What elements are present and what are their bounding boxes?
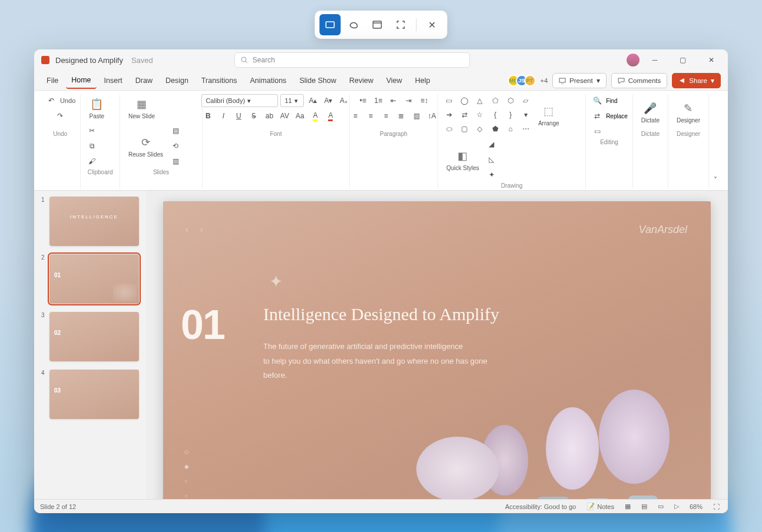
columns-button[interactable]: ▥: [410, 109, 423, 122]
collapse-ribbon-button[interactable]: ˅: [709, 174, 722, 187]
dictate-button[interactable]: 🎤Dictate: [638, 98, 663, 126]
svg-rect-0: [326, 22, 334, 28]
slide-thumb-1[interactable]: INTELLIGENCE: [49, 197, 139, 246]
slide-stage[interactable]: ‹› VanArsdel ✦ 01 Intelligence Designed …: [146, 191, 728, 499]
save-status: Saved: [131, 56, 153, 65]
svg-point-3: [241, 57, 246, 62]
redo-button[interactable]: ↷: [54, 109, 67, 122]
font-color-button[interactable]: A: [324, 109, 337, 122]
sorter-view-button[interactable]: ▤: [639, 501, 650, 511]
select-button[interactable]: ▭: [591, 125, 604, 138]
reset-button[interactable]: ⟲: [169, 139, 182, 152]
strike-button[interactable]: S̶: [247, 109, 260, 122]
change-case-button[interactable]: Aa: [293, 109, 306, 122]
font-size-combo[interactable]: 11 ▾: [280, 94, 304, 107]
present-button[interactable]: Present ▾: [552, 73, 607, 88]
tab-animations[interactable]: Animations: [245, 73, 292, 88]
indent-inc-button[interactable]: ⇥: [402, 94, 415, 107]
align-center-button[interactable]: ≡: [364, 109, 377, 122]
italic-button[interactable]: I: [217, 109, 230, 122]
copy-button[interactable]: ⧉: [85, 139, 98, 152]
slide-thumb-4[interactable]: 03: [49, 370, 139, 419]
minimize-button[interactable]: ─: [642, 51, 668, 69]
format-painter-button[interactable]: 🖌: [85, 155, 98, 168]
cut-button[interactable]: ✂: [85, 124, 98, 137]
bold-button[interactable]: B: [201, 109, 214, 122]
accessibility-status[interactable]: Accessibility: Good to go: [503, 502, 578, 511]
slideshow-view-button[interactable]: ▷: [672, 501, 681, 511]
align-left-button[interactable]: ≡: [349, 109, 362, 122]
svg-rect-1: [373, 21, 382, 28]
shadow-button[interactable]: ab: [263, 109, 276, 122]
account-avatar[interactable]: [627, 54, 640, 66]
tab-draw[interactable]: Draw: [130, 73, 158, 88]
line-spacing-button[interactable]: ≡↕: [418, 94, 430, 107]
quick-styles-button[interactable]: ◧Quick Styles: [443, 146, 483, 174]
slide-thumb-2[interactable]: 01: [49, 254, 139, 304]
maximize-button[interactable]: ▢: [670, 51, 696, 69]
reuse-slides-button[interactable]: ⟳Reuse Slides: [125, 132, 167, 160]
group-editing-label: Editing: [600, 138, 618, 145]
shape-fill-button[interactable]: ◢: [485, 138, 498, 151]
presence-avatars[interactable]: MB JS PT: [511, 75, 536, 87]
comments-button[interactable]: Comments: [611, 73, 668, 88]
snip-rectangle-button[interactable]: [320, 14, 341, 35]
tab-file[interactable]: File: [41, 73, 64, 88]
tab-slideshow[interactable]: Slide Show: [294, 73, 342, 88]
plant-illustration: [422, 354, 705, 499]
zoom-level[interactable]: 68%: [687, 502, 705, 511]
bullets-button[interactable]: •≡: [356, 94, 369, 107]
highlight-button[interactable]: A: [309, 109, 322, 122]
slide-thumbnail-panel[interactable]: 1 INTELLIGENCE 2 01 3 02 4 03: [34, 191, 146, 499]
snip-close-button[interactable]: ✕: [422, 14, 443, 35]
paste-button[interactable]: 📋Paste: [85, 94, 108, 122]
align-right-button[interactable]: ≡: [379, 109, 392, 122]
group-drawing-label: Drawing: [501, 181, 523, 189]
replace-button[interactable]: ⇄: [591, 109, 604, 122]
share-button[interactable]: Share ▾: [672, 73, 721, 88]
grow-font-button[interactable]: A▴: [306, 94, 319, 107]
notes-button[interactable]: 📝 Notes: [584, 501, 617, 511]
new-slide-button[interactable]: ▦New Slide: [125, 94, 158, 122]
slide-thumb-3[interactable]: 02: [49, 312, 139, 361]
snip-fullscreen-button[interactable]: [390, 14, 412, 35]
normal-view-button[interactable]: ▦: [622, 501, 633, 511]
editor-content: 1 INTELLIGENCE 2 01 3 02 4 03 ‹› VanArsd…: [34, 191, 728, 499]
justify-button[interactable]: ≣: [395, 109, 407, 122]
indent-dec-button[interactable]: ⇤: [387, 94, 400, 107]
char-spacing-button[interactable]: AV: [278, 109, 291, 122]
undo-button[interactable]: ↶: [45, 94, 58, 107]
tab-design[interactable]: Design: [160, 73, 194, 88]
close-window-button[interactable]: ✕: [698, 51, 724, 69]
text-direction-button[interactable]: ↕A: [425, 109, 438, 122]
group-paragraph-label: Paragraph: [380, 129, 407, 137]
search-input[interactable]: Search: [234, 52, 470, 68]
font-name-combo[interactable]: Calibri (Body) ▾: [201, 94, 278, 107]
clear-format-button[interactable]: Aₓ: [337, 94, 350, 107]
fit-to-window-button[interactable]: ⛶: [711, 502, 722, 511]
snip-window-button[interactable]: [367, 14, 388, 35]
find-button[interactable]: 🔍: [591, 94, 604, 107]
reading-view-button[interactable]: ▭: [655, 501, 666, 511]
tab-transitions[interactable]: Transitions: [196, 73, 243, 88]
numbering-button[interactable]: 1≡: [372, 94, 385, 107]
tab-view[interactable]: View: [381, 73, 407, 88]
presence-more[interactable]: +4: [541, 77, 548, 84]
arrange-button[interactable]: ⬚Arrange: [535, 101, 563, 129]
shapes-gallery[interactable]: ▭◯△⬠⬡▱ ➔⇄☆{}▾ ⬭▢◇⬟⌂⋯: [443, 94, 532, 135]
section-button[interactable]: ▥: [169, 155, 182, 168]
tab-home[interactable]: Home: [66, 72, 96, 89]
shape-effects-button[interactable]: ✦: [485, 168, 498, 181]
shrink-font-button[interactable]: A▾: [322, 94, 334, 107]
tab-review[interactable]: Review: [344, 73, 379, 88]
shape-outline-button[interactable]: ◺: [485, 153, 498, 166]
current-slide[interactable]: ‹› VanArsdel ✦ 01 Intelligence Designed …: [163, 201, 711, 499]
underline-button[interactable]: U: [232, 109, 245, 122]
layout-button[interactable]: ▤: [169, 124, 182, 137]
status-bar: Slide 2 of 12 Accessibility: Good to go …: [34, 499, 728, 513]
comment-icon: [618, 77, 625, 84]
designer-button[interactable]: ✎Designer: [673, 98, 704, 126]
snip-freeform-button[interactable]: [343, 14, 365, 35]
tab-insert[interactable]: Insert: [99, 73, 128, 88]
tab-help[interactable]: Help: [410, 73, 436, 88]
